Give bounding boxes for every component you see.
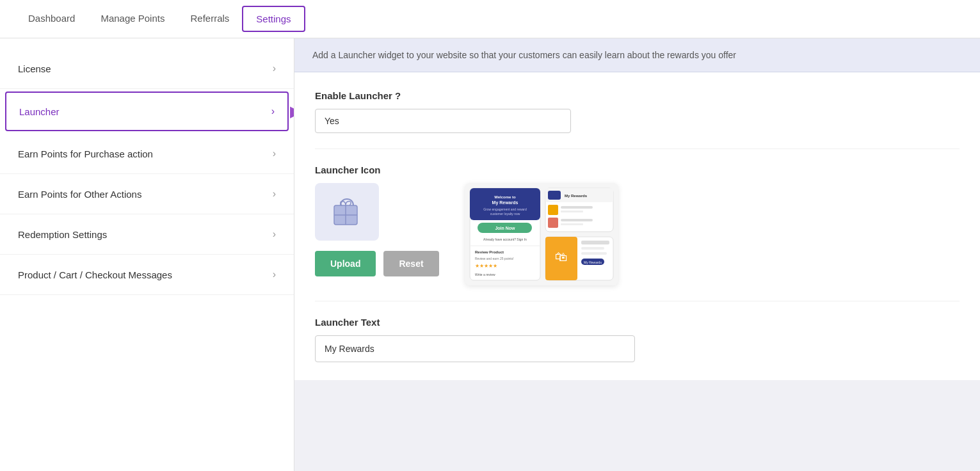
- chevron-icon-redemption: ›: [273, 228, 276, 240]
- arrow-indicator: ▶: [290, 102, 294, 120]
- enable-launcher-section: Enable Launcher ? Yes No: [315, 90, 960, 133]
- info-banner: Add a Launcher widget to your website so…: [294, 38, 980, 72]
- icon-preview: [315, 183, 379, 241]
- sidebar-label-earn-purchase: Earn Points for Purchase action: [18, 148, 153, 159]
- chevron-icon-launcher: ›: [271, 106, 275, 117]
- sidebar-item-earn-other[interactable]: Earn Points for Other Actions ›: [0, 174, 294, 214]
- chevron-icon-license: ›: [273, 63, 276, 74]
- svg-rect-26: [561, 223, 583, 225]
- svg-rect-23: [561, 211, 583, 212]
- launcher-text-section: Launcher Text: [315, 317, 960, 362]
- divider-2: [315, 301, 960, 301]
- tab-manage-points[interactable]: Manage Points: [88, 1, 177, 37]
- svg-rect-30: [581, 241, 609, 244]
- sidebar-item-earn-purchase[interactable]: Earn Points for Purchase action ›: [0, 134, 294, 174]
- launcher-icon-label: Launcher Icon: [315, 164, 960, 175]
- main-container: License › Launcher › ▶ Earn Points for P…: [0, 38, 980, 471]
- launcher-icon-svg: [328, 193, 366, 231]
- sidebar-label-earn-other: Earn Points for Other Actions: [18, 189, 141, 200]
- svg-text:Review Product: Review Product: [475, 250, 504, 254]
- svg-rect-32: [581, 252, 607, 255]
- svg-text:My Rewards: My Rewards: [492, 200, 518, 205]
- svg-text:Welcome to: Welcome to: [494, 195, 516, 199]
- sidebar-item-cart-checkout[interactable]: Product / Cart / Checkout Messages ›: [0, 255, 294, 295]
- svg-text:★★★★★: ★★★★★: [475, 263, 497, 269]
- svg-text:🛍: 🛍: [555, 250, 568, 264]
- launcher-text-input[interactable]: [315, 335, 635, 362]
- svg-text:Grow engagement and reward: Grow engagement and reward: [483, 207, 527, 211]
- svg-rect-25: [561, 219, 593, 221]
- svg-text:Review and earn 25 points!: Review and earn 25 points!: [475, 257, 514, 260]
- content-area: Add a Launcher widget to your website so…: [294, 38, 980, 471]
- sidebar-item-launcher[interactable]: Launcher › ▶: [5, 92, 289, 131]
- sidebar-item-license[interactable]: License ›: [0, 49, 294, 89]
- icon-area: Upload Reset: [315, 183, 439, 276]
- svg-text:Write a review: Write a review: [475, 273, 495, 276]
- content-panel: Enable Launcher ? Yes No Launcher Icon: [294, 72, 980, 380]
- svg-text:customer loyalty now: customer loyalty now: [490, 212, 520, 216]
- svg-rect-19: [548, 191, 561, 200]
- sidebar-label-launcher: Launcher: [19, 106, 60, 117]
- svg-text:Join Now: Join Now: [495, 226, 515, 230]
- enable-launcher-select[interactable]: Yes No: [315, 109, 571, 133]
- tab-referrals[interactable]: Referrals: [177, 1, 242, 37]
- info-banner-text: Add a Launcher widget to your website so…: [312, 50, 736, 60]
- preview-svg: Welcome to My Rewards Grow engagement an…: [465, 183, 618, 285]
- svg-rect-22: [561, 206, 593, 209]
- btn-row: Upload Reset: [315, 251, 439, 276]
- svg-rect-21: [548, 205, 558, 215]
- launcher-preview-image: Welcome to My Rewards Grow engagement an…: [465, 183, 618, 285]
- sidebar-label-redemption: Redemption Settings: [18, 229, 107, 240]
- top-navigation: Dashboard Manage Points Referrals Settin…: [0, 0, 980, 38]
- svg-text:My Rewards: My Rewards: [584, 260, 602, 264]
- chevron-icon-earn-purchase: ›: [273, 148, 276, 159]
- launcher-icon-section: Launcher Icon: [315, 164, 960, 285]
- svg-rect-31: [581, 247, 604, 250]
- chevron-icon-cart-checkout: ›: [273, 269, 276, 280]
- svg-text:Already have account? Sign In: Already have account? Sign In: [483, 237, 527, 241]
- launcher-text-label: Launcher Text: [315, 317, 960, 328]
- tab-settings[interactable]: Settings: [242, 6, 305, 32]
- launcher-icon-content: Upload Reset Welcome to My Rewards: [315, 183, 960, 285]
- sidebar-label-cart-checkout: Product / Cart / Checkout Messages: [18, 269, 172, 280]
- svg-rect-24: [548, 218, 558, 228]
- upload-button[interactable]: Upload: [315, 251, 376, 276]
- sidebar: License › Launcher › ▶ Earn Points for P…: [0, 38, 294, 471]
- reset-button[interactable]: Reset: [383, 251, 438, 276]
- chevron-icon-earn-other: ›: [273, 188, 276, 200]
- sidebar-item-redemption[interactable]: Redemption Settings ›: [0, 214, 294, 255]
- sidebar-label-license: License: [18, 63, 51, 74]
- divider-1: [315, 148, 960, 149]
- enable-launcher-label: Enable Launcher ?: [315, 90, 960, 101]
- svg-text:My Rewards: My Rewards: [565, 194, 588, 198]
- tab-dashboard[interactable]: Dashboard: [15, 1, 88, 37]
